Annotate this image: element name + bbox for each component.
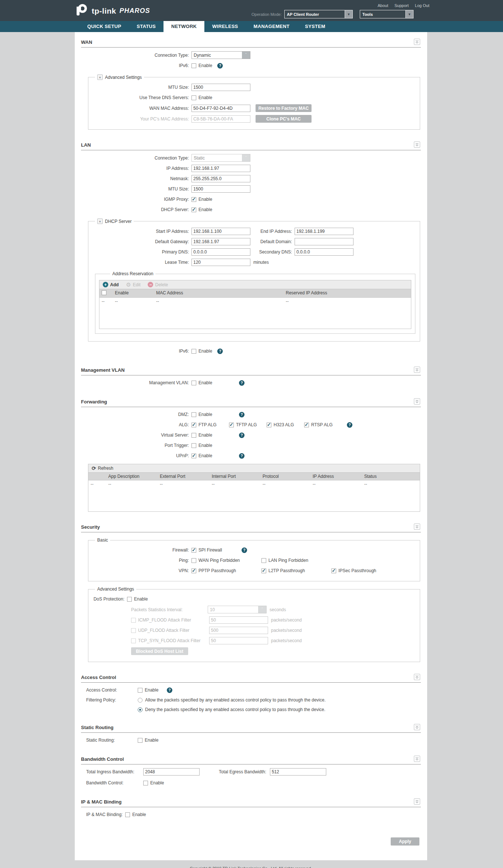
tab-status[interactable]: STATUS [129,21,163,32]
help-icon[interactable]: ? [167,687,172,693]
wan-advanced-settings-fieldset: ▲ Advanced Settings MTU Size: Use These … [88,74,420,130]
dos-protection-enable-checkbox[interactable] [127,597,132,602]
total-egress-bandwidth-input[interactable] [270,768,326,776]
edit-button[interactable]: ⚙ Edit [126,282,140,287]
lan-ip-input[interactable] [191,165,250,172]
dhcp-start-ip-input[interactable] [191,228,250,235]
section-title-static-routing: Static Routing [81,725,113,730]
pptp-passthrough-checkbox[interactable] [191,568,196,573]
brand-logo: tp-link PHAROS [74,3,150,19]
collapse-up-icon[interactable]: ▲ [97,74,103,80]
dos-protection-enable-label: Enable [134,596,148,602]
bandwidth-control-enable-checkbox[interactable] [143,781,148,785]
tftp-alg-checkbox[interactable] [229,423,234,427]
help-icon[interactable]: ? [217,349,223,354]
collapse-up-icon[interactable]: ▲ [97,218,103,224]
wan-connection-type-select[interactable]: Dynamic ˆ [191,51,250,59]
lan-netmask-input[interactable] [191,175,250,182]
add-button[interactable]: + Add [103,282,119,287]
wan-mac-input[interactable] [191,105,250,112]
upnp-table: ⟳ Refresh App Description External Port … [88,464,420,512]
wan-ping-forbidden-checkbox[interactable] [191,558,196,563]
tab-network[interactable]: NETWORK [163,21,204,32]
ip-mac-binding-label: IP & MAC Binding: [86,812,123,817]
ftp-alg-checkbox[interactable] [191,423,196,427]
management-vlan-enable-checkbox[interactable] [191,381,196,385]
igmp-proxy-enable-checkbox[interactable] [191,197,196,202]
lan-mtu-input[interactable] [191,185,250,193]
wan-dns-label: Use These DNS Servers: [92,95,191,100]
delete-button[interactable]: − Delete [148,282,168,287]
virtual-server-enable-checkbox[interactable] [191,433,196,438]
collapse-lan-button[interactable] [414,141,420,148]
tools-select[interactable]: Tools ▼ [360,10,414,18]
dmz-enable-checkbox[interactable] [191,412,196,417]
collapse-ip-mac-binding-button[interactable] [414,798,420,805]
tab-system[interactable]: SYSTEM [297,21,333,32]
support-link[interactable]: Support [394,3,409,8]
dhcp-lease-input[interactable] [191,259,250,266]
help-icon[interactable]: ? [242,547,247,553]
collapse-management-vlan-button[interactable] [414,367,420,373]
allow-policy-radio[interactable] [138,698,143,703]
help-icon[interactable]: ? [239,380,245,386]
lan-ping-forbidden-checkbox[interactable] [261,558,266,563]
wan-ipv6-enable-checkbox[interactable] [191,63,196,68]
about-link[interactable]: About [377,3,388,8]
apply-button[interactable]: Apply [391,837,419,846]
spi-firewall-checkbox[interactable] [191,548,196,553]
dhcp-end-ip-input[interactable] [295,228,353,235]
dhcp-end-ip-label: End IP Address: [250,229,295,234]
tab-wireless[interactable]: WIRELESS [204,21,246,32]
clone-pc-mac-button[interactable]: Clone PC's MAC [256,115,312,123]
l2tp-passthrough-checkbox[interactable] [261,568,266,573]
dhcp-legend: DHCP Server [105,219,131,224]
help-icon[interactable]: ? [347,422,352,428]
deny-policy-radio[interactable] [138,707,143,712]
help-icon[interactable]: ? [239,412,245,417]
ipsec-passthrough-checkbox[interactable] [331,568,336,573]
upnp-enable-checkbox[interactable] [191,454,196,458]
pc-mac-input [191,115,250,123]
total-ingress-bandwidth-input[interactable] [143,768,200,776]
help-icon[interactable]: ? [217,63,223,69]
collapse-static-routing-button[interactable] [414,724,420,730]
lan-ipv6-enable-checkbox[interactable] [191,349,196,354]
logout-link[interactable]: Log Out [415,3,429,8]
access-control-enable-label: Enable [145,687,167,693]
wan-mtu-input[interactable] [191,84,250,91]
wan-dns-enable-checkbox[interactable] [191,95,196,100]
dhcp-secondary-dns-input[interactable] [295,248,353,256]
port-trigger-enable-checkbox[interactable] [191,443,196,448]
section-title-ip-mac-binding: IP & MAC Binding [81,799,122,805]
ip-mac-binding-enable-checkbox[interactable] [125,812,130,817]
pps-unit: packets/second [271,617,302,623]
help-icon[interactable]: ? [239,433,245,438]
static-routing-enable-checkbox[interactable] [138,738,143,743]
tab-management[interactable]: MANAGEMENT [246,21,298,32]
select-all-checkbox[interactable] [102,290,106,295]
col-ip-address: IP Address [310,473,362,480]
operation-mode-select[interactable]: AP Client Router ▼ [284,10,353,18]
pps-unit: packets/second [271,628,302,633]
h323-alg-checkbox[interactable] [267,423,271,427]
dmz-enable-label: Enable [198,412,234,417]
restore-factory-mac-button[interactable]: Restore to Factory MAC [256,104,312,112]
dhcp-primary-dns-input[interactable] [191,248,250,256]
dhcp-gateway-input[interactable] [191,238,250,245]
rtsp-alg-checkbox[interactable] [304,423,309,427]
copyright-text: Copyright © 2019 TP-Link Technologies Co… [75,860,427,868]
tab-quick-setup[interactable]: QUICK SETUP [80,21,129,32]
refresh-button[interactable]: ⟳ Refresh [92,466,113,471]
access-control-enable-checkbox[interactable] [138,688,143,693]
dhcp-server-enable-checkbox[interactable] [191,207,196,212]
collapse-security-button[interactable] [414,524,420,530]
collapse-wan-button[interactable] [414,39,420,45]
dos-protection-label: DoS Protection: [92,596,127,602]
help-icon[interactable]: ? [239,453,245,459]
collapse-access-control-button[interactable] [414,674,420,680]
collapse-forwarding-button[interactable] [414,398,420,405]
dhcp-start-ip-label: Start IP Address: [92,229,191,234]
dhcp-domain-input[interactable] [295,238,353,245]
collapse-bandwidth-control-button[interactable] [414,756,420,762]
